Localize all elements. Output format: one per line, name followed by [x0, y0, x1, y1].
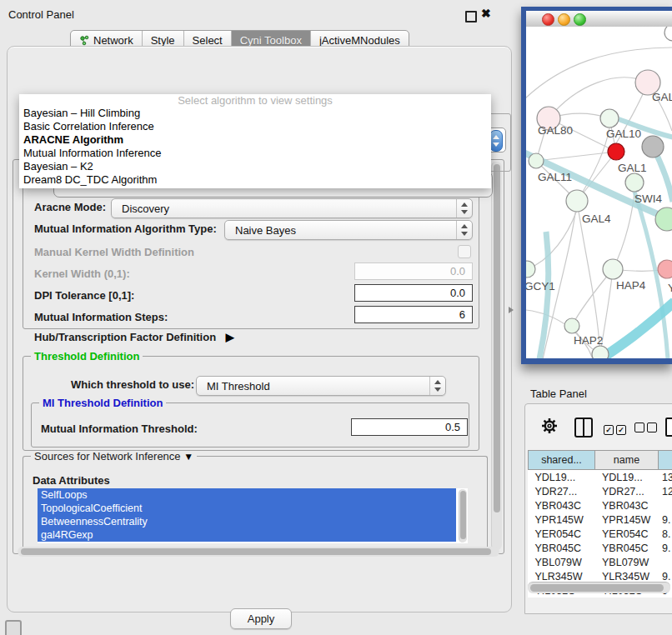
- node-label: GCY1: [526, 280, 555, 292]
- network-icon: [79, 35, 90, 46]
- mi-steps-field[interactable]: [354, 306, 473, 323]
- show-columns-icon[interactable]: [574, 418, 593, 438]
- list-item-betweennesscentrality[interactable]: BetweennessCentrality: [38, 515, 456, 528]
- collapse-down-icon: ▼: [183, 452, 193, 462]
- table-row[interactable]: YER054CYER054C8.: [529, 527, 672, 541]
- network-canvas[interactable]: GAL80 GAL10 GAL1 GAL11 SWI4 GAL4 GCY1 HA…: [526, 27, 672, 358]
- control-panel-titlebar: Control Panel ✖: [0, 0, 519, 27]
- mi-steps-label: Mutual Information Steps:: [34, 311, 168, 323]
- list-vscrollbar-thumb[interactable]: [460, 491, 466, 539]
- network-node-red[interactable]: [608, 143, 624, 160]
- network-node-hap4[interactable]: [603, 259, 623, 279]
- algorithm-popup: Select algorithm to view settings Bayesi…: [19, 94, 491, 188]
- node-label: GAL: [652, 91, 672, 103]
- node-label: GAL1: [618, 162, 647, 174]
- network-node-gcy1[interactable]: [526, 261, 535, 278]
- menu-item-dream8[interactable]: Dream8 DC_TDC Algorithm: [19, 173, 491, 187]
- table-row[interactable]: YBR043CYBR043C: [529, 498, 672, 512]
- network-node-gal11[interactable]: [529, 153, 544, 168]
- zoom-traffic-light-icon[interactable]: [574, 13, 586, 26]
- which-threshold-label: Which threshold to use:: [71, 378, 194, 391]
- combo-stepper-icon: [429, 377, 445, 395]
- list-item-selfloops[interactable]: SelfLoops: [38, 488, 456, 502]
- mi-threshold-field[interactable]: [351, 418, 468, 436]
- settings-vscrollbar-thumb[interactable]: [494, 164, 500, 512]
- network-view-window[interactable]: GAL80 GAL10 GAL1 GAL11 SWI4 GAL4 GCY1 HA…: [521, 7, 672, 364]
- which-threshold-combobox[interactable]: MI Threshold: [196, 376, 446, 396]
- node-attribute-table: shared... name YDL19...YDL19...13 YDR27.…: [528, 450, 672, 598]
- dpi-tolerance-label: DPI Tolerance [0,1]:: [34, 289, 134, 302]
- list-vscrollbar[interactable]: [459, 489, 467, 542]
- column-header-name[interactable]: name: [595, 451, 659, 470]
- table-row[interactable]: YBR045CYBR045C9.: [529, 541, 672, 555]
- menu-item-basic-correlation[interactable]: Basic Correlation Inference: [19, 120, 491, 133]
- node-label: GAL10: [606, 128, 641, 140]
- settings-hscrollbar[interactable]: [18, 547, 499, 557]
- tab-network-label: Network: [93, 34, 133, 47]
- hub-definition-toggle[interactable]: Hub/Transcription Factor Definition ▶: [34, 331, 234, 343]
- table-hscrollbar[interactable]: [528, 582, 670, 593]
- gear-icon[interactable]: [541, 418, 558, 434]
- table-row[interactable]: YBL079WYBL079W: [529, 555, 672, 569]
- minimize-traffic-light-icon[interactable]: [558, 13, 570, 26]
- close-traffic-light-icon[interactable]: [542, 13, 554, 26]
- column-header-partial[interactable]: [659, 451, 672, 470]
- menu-item-bayesian-k2[interactable]: Bayesian – K2: [19, 160, 491, 173]
- deselect-all-icon[interactable]: [634, 422, 659, 435]
- apply-button[interactable]: Apply: [230, 608, 292, 629]
- manual-kernel-width-checkbox[interactable]: [458, 245, 471, 258]
- mi-algorithm-type-label: Mutual Information Algorithm Type:: [34, 222, 217, 235]
- network-node-gal10[interactable]: [600, 109, 619, 128]
- table-row[interactable]: YPR145WYPR145W9.: [529, 512, 672, 527]
- sources-title-row[interactable]: Sources for Network Inference ▼: [31, 451, 197, 462]
- node-label: GAL80: [538, 124, 573, 137]
- network-node-gal1[interactable]: [625, 173, 644, 192]
- column-header-shared[interactable]: shared...: [529, 451, 595, 470]
- network-node-gal4[interactable]: [566, 190, 588, 212]
- table-row[interactable]: YDR27...YDR27...12: [529, 484, 672, 498]
- network-window-titlebar[interactable]: [526, 11, 672, 28]
- network-node-gray[interactable]: [642, 136, 664, 158]
- node-label: SWI4: [634, 192, 662, 205]
- combo-stepper-icon: [456, 199, 472, 218]
- combo-stepper-focused[interactable]: [489, 130, 503, 152]
- kernel-width-field[interactable]: [354, 262, 473, 280]
- table-panel: ✓✓ shared... name YDL19...YDL19...13 YDR…: [524, 403, 672, 614]
- threshold-definition-title: Threshold Definition: [31, 351, 143, 362]
- network-node-bottom-partial[interactable]: [592, 346, 609, 358]
- close-icon[interactable]: ✖: [481, 7, 491, 20]
- control-panel-title: Control Panel: [8, 8, 74, 21]
- node-label: GAL4: [582, 212, 611, 225]
- settings-hscrollbar-thumb[interactable]: [21, 548, 491, 555]
- popup-prompt: Select algorithm to view settings: [19, 94, 491, 107]
- aracne-mode-combobox[interactable]: Discovery: [111, 198, 473, 218]
- file-icon[interactable]: [665, 418, 672, 437]
- menu-item-mutual-information[interactable]: Mutual Information Inference: [19, 147, 491, 160]
- network-node-pink-right[interactable]: [658, 260, 672, 278]
- data-attributes-label: Data Attributes: [33, 474, 110, 487]
- node-label: HAP2: [574, 334, 603, 347]
- select-all-icon[interactable]: ✓✓: [604, 422, 629, 435]
- panel-splitter-handle[interactable]: [509, 307, 514, 313]
- table-hscrollbar-thumb[interactable]: [530, 584, 664, 592]
- float-window-icon[interactable]: [465, 11, 477, 22]
- network-node-hap2[interactable]: [564, 318, 579, 333]
- list-item-topologicalcoefficient[interactable]: TopologicalCoefficient: [38, 502, 456, 515]
- stepper-up-icon: [493, 135, 499, 139]
- dpi-tolerance-field[interactable]: [354, 284, 473, 302]
- table-row[interactable]: YDL19...YDL19...13: [529, 470, 672, 485]
- settings-vscrollbar[interactable]: [491, 162, 502, 550]
- collapsed-panel-icon[interactable]: [5, 620, 22, 635]
- node-label: HAP4: [616, 279, 646, 292]
- menu-item-bayesian-hill-climbing[interactable]: Bayesian – Hill Climbing: [19, 107, 491, 120]
- network-graph: GAL80 GAL10 GAL1 GAL11 SWI4 GAL4 GCY1 HA…: [526, 27, 672, 358]
- mi-algorithm-type-combobox[interactable]: Naive Bayes: [224, 220, 473, 240]
- mi-threshold-label: Mutual Information Threshold:: [41, 422, 198, 435]
- list-item-gal4rgexp[interactable]: gal4RGexp: [38, 528, 456, 542]
- menu-item-aracne[interactable]: ARACNE Algorithm: [19, 133, 491, 147]
- combo-stepper-icon: [456, 221, 472, 239]
- manual-kernel-width-label: Manual Kernel Width Definition: [34, 246, 194, 258]
- data-attributes-list[interactable]: SelfLoops TopologicalCoefficient Between…: [38, 488, 468, 543]
- mi-threshold-group-title: MI Threshold Definition: [39, 398, 166, 408]
- network-node-partial[interactable]: [664, 27, 672, 41]
